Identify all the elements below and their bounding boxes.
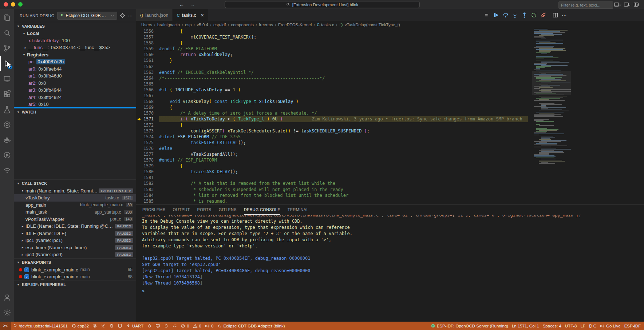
status-build[interactable] <box>116 322 124 330</box>
activity-item-live-preview[interactable] <box>0 147 14 163</box>
status-encoding[interactable]: UTF-8 <box>563 322 579 330</box>
activity-item-gitlens[interactable] <box>0 117 14 132</box>
activity-item-testing[interactable] <box>0 102 14 117</box>
status-cursor-position[interactable]: Ln 1571, Col 1 <box>510 322 541 330</box>
command-center[interactable]: [Extension Development Host] blink <box>225 1 420 8</box>
tab-launch.json[interactable]: {}launch.json <box>136 9 173 21</box>
activity-item-source-control[interactable] <box>0 40 14 56</box>
variable-row[interactable]: ar5:0x10 <box>14 101 136 108</box>
maximize-panel-icon[interactable] <box>626 3 631 8</box>
status-flash-method[interactable] <box>91 322 99 330</box>
status-serial-port[interactable]: /dev/cu.usbserial-1141501 <box>11 322 70 330</box>
panel-tab-output[interactable]: OUTPUT <box>173 204 190 215</box>
thread-row[interactable]: ▸esp_timer (Name: esp_timer)PAUSED <box>14 244 136 251</box>
variables-scope[interactable]: ▾Registers <box>14 51 136 59</box>
step-out-button[interactable] <box>521 12 528 18</box>
restart-button[interactable] <box>531 12 537 18</box>
status-flash[interactable] <box>145 322 154 330</box>
status-debug-tool[interactable] <box>162 322 170 330</box>
forward-button[interactable]: → <box>190 0 195 9</box>
activity-item-settings[interactable] <box>0 305 14 320</box>
drag-handle-icon[interactable] <box>483 12 490 18</box>
activity-item-docker[interactable] <box>0 132 14 147</box>
minimap[interactable] <box>532 28 571 204</box>
section-esp-idf-peripheral-header[interactable]: ▾ESP-IDF: PERIPHERAL <box>14 281 136 289</box>
thread-row[interactable]: ▸ipc1 (Name: ipc1)PAUSED <box>14 237 136 244</box>
thread-row[interactable]: ▸IDLE (Name: IDLE)PAUSED <box>14 230 136 237</box>
breadcrumb-item[interactable]: components <box>231 23 254 27</box>
variable-row[interactable]: xTicksToDelay:100 <box>14 37 136 44</box>
breadcrumb-item[interactable]: FreeRTOS-Kernel <box>278 23 312 27</box>
step-over-button[interactable] <box>502 12 509 18</box>
status-indentation[interactable]: Spaces: 4 <box>541 322 563 330</box>
breadcrumb-item[interactable]: freertos <box>259 23 273 27</box>
activity-item-extensions[interactable] <box>0 86 14 102</box>
thread-row[interactable]: ▸ipc0 (Name: ipc0)PAUSED <box>14 251 136 258</box>
status-warnings[interactable]: 0 <box>191 322 203 330</box>
status-flash-uart[interactable]: UART <box>124 322 145 330</box>
activity-item-explorer[interactable] <box>0 10 14 25</box>
activity-item-search[interactable] <box>0 25 14 40</box>
status-sdk-config[interactable] <box>99 322 107 330</box>
thread-row[interactable]: ▸IDLE (Name: IDLE, State: Running @CPU1)… <box>14 223 136 230</box>
panel-tab-gitlens[interactable]: GITLENS <box>219 204 237 215</box>
status-openocd-server[interactable]: ESP-IDF: OpenOCD Server (Running) <box>429 322 510 330</box>
panel-tab-debug-console[interactable]: DEBUG CONSOLE <box>244 204 280 215</box>
breakpoint-row[interactable]: ✓blink_example_main.cmain88 <box>14 273 136 281</box>
stack-frame-row[interactable]: vPortTaskWrapperport.c149 <box>14 216 136 223</box>
back-button[interactable]: ← <box>179 0 184 9</box>
thread-row[interactable]: ▾main (Name: main, State: Running ...PAU… <box>14 187 136 195</box>
status-debug-session[interactable]: Eclipse CDT GDB Adapter (blink) <box>215 322 287 330</box>
status-eol[interactable]: LF <box>578 322 587 330</box>
stack-frame-row[interactable]: main_taskapp_startup.c208 <box>14 208 136 216</box>
variable-row[interactable]: ar4:0x3ffb4924 <box>14 94 136 101</box>
section-variables-header[interactable]: ▾VARIABLES <box>14 22 136 30</box>
activity-item-espressif[interactable] <box>0 163 14 178</box>
section-watch-header[interactable]: ▾WATCH <box>14 108 136 116</box>
activity-item-accounts[interactable] <box>0 290 14 305</box>
close-tab-icon[interactable]: ✕ <box>201 13 204 18</box>
debug-settings-icon[interactable] <box>120 13 125 18</box>
close-window-button[interactable] <box>4 2 8 7</box>
step-into-button[interactable] <box>512 12 518 18</box>
status-esp-idf[interactable]: ESP-IDF <box>623 322 643 330</box>
panel-tab-terminal[interactable]: TERMINAL <box>288 204 309 215</box>
status-remote-indicator[interactable]: >< <box>0 322 11 330</box>
close-panel-icon[interactable] <box>635 3 640 8</box>
start-debugging-icon[interactable] <box>60 13 64 18</box>
section-call-stack-header[interactable]: ▾CALL STACK <box>14 179 136 187</box>
console-input-row[interactable]: > <box>142 288 644 294</box>
console-filter-input[interactable] <box>558 1 613 9</box>
breadcrumb-item[interactable]: vTaskDelay(const TickType_t) <box>339 23 400 27</box>
status-forwarded-ports[interactable]: 0 <box>203 322 215 330</box>
console-prompt[interactable]: > <box>142 289 145 294</box>
status-language-mode[interactable]: {}C <box>587 322 598 330</box>
section-breakpoints-header[interactable]: ▾BREAKPOINTS <box>14 258 136 266</box>
tab-tasks.c[interactable]: Ctasks.c✕ <box>173 9 208 21</box>
breakpoint-row[interactable]: ✓blink_example_main.cmain65 <box>14 266 136 274</box>
variables-scope[interactable]: ▾Local <box>14 30 136 37</box>
debug-config-dropdown[interactable]: Eclipse CDT GDB Adapter <box>57 12 117 20</box>
status-custom-task[interactable] <box>170 322 179 330</box>
activity-item-remote-explorer[interactable] <box>0 71 14 86</box>
sash-handle[interactable] <box>14 107 136 108</box>
activity-item-run-and-debug[interactable]: 1 <box>0 56 14 71</box>
status-monitor[interactable] <box>154 322 162 330</box>
breakpoint-checkbox[interactable]: ✓ <box>24 274 29 279</box>
breadcrumb-item[interactable]: brainignacio <box>157 23 180 27</box>
variable-row[interactable]: ar2:0x0 <box>14 80 136 87</box>
breadcrumb-item[interactable]: esp <box>185 23 192 27</box>
minimize-window-button[interactable] <box>11 2 15 7</box>
filter-icon[interactable] <box>617 3 622 8</box>
panel-tab-problems[interactable]: PROBLEMS <box>142 204 166 215</box>
continue-button[interactable] <box>493 12 499 18</box>
breadcrumb-item[interactable]: esp-idf <box>213 23 226 27</box>
status-full-clean[interactable] <box>107 322 116 330</box>
status-go-live[interactable]: Go Live <box>598 322 623 330</box>
status-target-device[interactable]: esp32 <box>70 322 91 330</box>
stack-frame-row[interactable]: vTaskDelaytasks.c1571 <box>14 194 136 202</box>
variable-row[interactable]: ▸__func__:0x3f403744 <__func__$35> <box>14 44 136 51</box>
variable-row[interactable]: pc:0x40087d2b <box>14 58 136 65</box>
disconnect-button[interactable] <box>540 12 546 18</box>
debug-console[interactable]: _main.c", fullname="/Users/brainignacio/… <box>136 215 644 322</box>
